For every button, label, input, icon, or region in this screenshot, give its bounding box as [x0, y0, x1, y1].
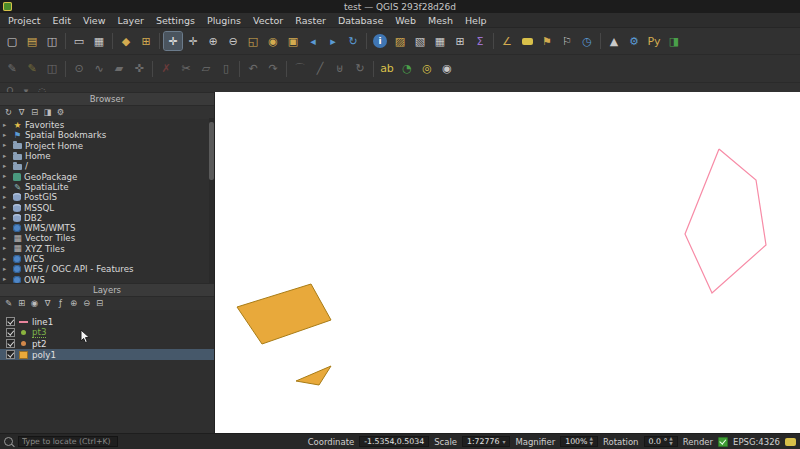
expand-all-icon[interactable]: ⊕ [67, 298, 80, 310]
filter-expression-icon[interactable]: ƒ [54, 298, 67, 310]
filter-legend-icon[interactable]: ∇ [41, 298, 54, 310]
layer-row-pt2[interactable]: pt2 [0, 338, 214, 349]
menu-mesh[interactable]: Mesh [422, 15, 459, 26]
pan-map-icon[interactable]: ✛ [164, 32, 182, 50]
browser-item-favorites[interactable]: ★ Favorites [0, 120, 214, 130]
browser-item-project-home[interactable]: Project Home [0, 141, 214, 151]
chevron-right-icon[interactable] [3, 153, 10, 160]
new-project-icon[interactable]: ▢ [3, 32, 21, 50]
split-features-icon[interactable]: ╱ [311, 60, 329, 78]
remove-layer-icon[interactable]: ⊟ [93, 298, 106, 310]
zoom-last-icon[interactable]: ◂ [304, 32, 322, 50]
browser-item-ows[interactable]: OWS [0, 274, 214, 283]
processing-toolbox-icon[interactable]: ⚙ [625, 32, 643, 50]
chevron-right-icon[interactable] [3, 235, 10, 242]
paste-features-icon[interactable]: ▯ [217, 60, 235, 78]
style-manager-icon[interactable]: ◆ [117, 32, 135, 50]
chevron-right-icon[interactable] [3, 215, 10, 222]
select-features-icon[interactable]: ▨ [391, 32, 409, 50]
menu-help[interactable]: Help [459, 15, 493, 26]
browser-item-spatial-bookmarks[interactable]: ⚑ Spatial Bookmarks [0, 130, 214, 140]
menu-database[interactable]: Database [332, 15, 389, 26]
save-project-icon[interactable]: ◫ [43, 32, 61, 50]
browser-refresh-icon[interactable]: ↻ [2, 107, 15, 119]
browser-item-spatialite[interactable]: ✎ SpatiaLite [0, 182, 214, 192]
chevron-right-icon[interactable] [3, 225, 10, 232]
chevron-right-icon[interactable] [3, 184, 10, 191]
menu-web[interactable]: Web [389, 15, 422, 26]
undo-icon[interactable]: ↶ [244, 60, 262, 78]
open-attribute-table-icon[interactable]: ▦ [431, 32, 449, 50]
scrollbar-thumb[interactable] [209, 122, 214, 180]
menu-view[interactable]: View [77, 15, 112, 26]
browser-collapse-all-icon[interactable]: ⊟ [28, 107, 41, 119]
layer-visibility-checkbox[interactable] [6, 350, 15, 359]
collapse-all-icon[interactable]: ⊖ [80, 298, 93, 310]
browser-item-wcs[interactable]: WCS [0, 254, 214, 264]
spinner-arrows-icon[interactable]: ▲▼ [669, 437, 672, 446]
cut-features-icon[interactable]: ✂ [177, 60, 195, 78]
delete-selected-icon[interactable]: ✗ [157, 60, 175, 78]
browser-item-db2[interactable]: DB2 [0, 213, 214, 223]
layer-styling-icon[interactable]: ✎ [2, 298, 15, 310]
measure-line-icon[interactable]: ∠ [498, 32, 516, 50]
chevron-right-icon[interactable] [3, 163, 10, 170]
toggle-editing-icon[interactable]: ✎ [23, 60, 41, 78]
menu-vector[interactable]: Vector [247, 15, 289, 26]
locate-input[interactable] [18, 436, 118, 447]
browser-item-wms[interactable]: WMS/WMTS [0, 223, 214, 233]
statistical-summary-icon[interactable]: Σ [471, 32, 489, 50]
layer-labeling-icon[interactable]: ab [378, 60, 396, 78]
zoom-to-selection-icon[interactable]: ◉ [264, 32, 282, 50]
new-print-layout-icon[interactable]: ▭ [70, 32, 88, 50]
current-edits-icon[interactable]: ✎ [3, 60, 21, 78]
chevron-right-icon[interactable] [3, 194, 10, 201]
layer-row-poly1[interactable]: poly1 [0, 349, 214, 360]
browser-scrollbar[interactable] [209, 118, 214, 283]
python-console-icon[interactable]: Py [645, 32, 663, 50]
browser-item-postgis[interactable]: PostGIS [0, 192, 214, 202]
save-edits-icon[interactable]: ◫ [43, 60, 61, 78]
magnifier-spinbox[interactable]: 100% ▲▼ [560, 436, 598, 447]
show-bookmarks-icon[interactable]: ⚐ [558, 32, 576, 50]
refresh-map-icon[interactable]: ↻ [344, 32, 362, 50]
coordinate-value[interactable]: -1.5354,0.5034 [359, 436, 429, 447]
zoom-to-layer-icon[interactable]: ▣ [284, 32, 302, 50]
identify-features-icon[interactable]: i [373, 34, 387, 48]
add-group-icon[interactable]: ⊞ [15, 298, 28, 310]
browser-item-home[interactable]: Home [0, 151, 214, 161]
map-tips-icon[interactable] [518, 32, 536, 50]
chevron-right-icon[interactable] [3, 173, 10, 180]
menu-project[interactable]: Project [2, 15, 47, 26]
highlight-labels-icon[interactable]: ◉ [438, 60, 456, 78]
add-point-feature-icon[interactable]: ⊙ [70, 60, 88, 78]
browser-filter-icon[interactable]: ∇ [15, 107, 28, 119]
browser-item-vector-tiles[interactable]: ▦ Vector Tiles [0, 233, 214, 243]
field-calculator-icon[interactable]: ⊞ [451, 32, 469, 50]
add-line-feature-icon[interactable]: ∿ [90, 60, 108, 78]
menu-edit[interactable]: Edit [47, 15, 77, 26]
browser-properties-icon[interactable]: ◨ [41, 107, 54, 119]
chevron-right-icon[interactable] [3, 245, 10, 252]
layer-visibility-checkbox[interactable] [6, 339, 15, 348]
map-canvas[interactable] [215, 92, 800, 434]
chevron-right-icon[interactable] [3, 142, 10, 149]
layer-row-pt3[interactable]: pt3 [0, 327, 214, 338]
browser-panel-header[interactable]: Browser [0, 92, 214, 106]
chevron-right-icon[interactable] [3, 276, 10, 283]
scale-combobox[interactable]: 1:72776 ▾ [462, 436, 510, 447]
browser-item-root[interactable]: / [0, 161, 214, 171]
data-source-manager-icon[interactable]: ⊞ [137, 32, 155, 50]
chevron-right-icon[interactable] [3, 122, 10, 129]
menu-raster[interactable]: Raster [289, 15, 332, 26]
zoom-full-icon[interactable]: ◱ [244, 32, 262, 50]
redo-icon[interactable]: ↷ [264, 60, 282, 78]
pan-to-selection-icon[interactable]: ✛ [184, 32, 202, 50]
new-3d-map-icon[interactable]: ▲ [605, 32, 623, 50]
zoom-next-icon[interactable]: ▸ [324, 32, 342, 50]
layers-panel-header[interactable]: Layers [0, 283, 214, 297]
rotate-feature-icon[interactable]: ↻ [351, 60, 369, 78]
chevron-right-icon[interactable] [3, 256, 10, 263]
temporal-controller-icon[interactable]: ◷ [578, 32, 596, 50]
spinner-arrows-icon[interactable]: ▲▼ [589, 437, 592, 446]
